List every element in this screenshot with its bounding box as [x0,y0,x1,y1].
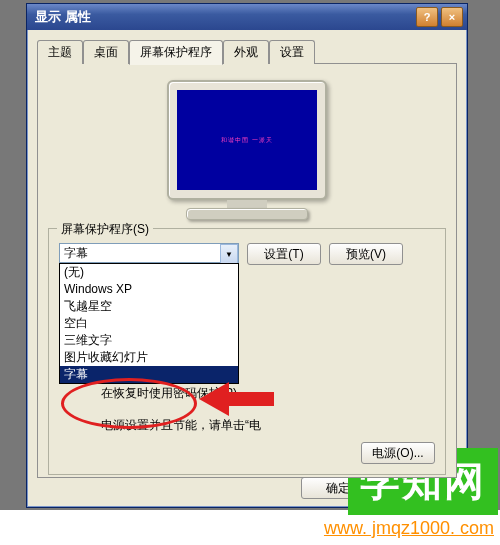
power-desc-text: 电源设置并且节能，请单击“电 [101,418,261,432]
tab-strip: 主题 桌面 屏幕保护程序 外观 设置 [37,40,457,64]
marquee-preview-text: 和谐中国 一派天 [221,136,273,145]
option-blank[interactable]: 空白 [60,315,238,332]
close-button[interactable]: × [441,7,463,27]
client-area: 主题 桌面 屏幕保护程序 外观 设置 和谐中国 一派天 屏幕保护 [27,30,467,486]
password-protect-checkbox[interactable]: 在恢复时使用密码保护(P) [59,385,237,402]
display-properties-window: 显示 属性 ? × 主题 桌面 屏幕保护程序 外观 设置 和谐中国 一派天 [26,3,468,508]
monitor-preview: 和谐中国 一派天 [48,80,446,220]
screensaver-combo-value[interactable]: 字幕 [59,243,239,263]
screensaver-combo[interactable]: 字幕 ▼ (无) Windows XP 飞越星空 空白 三维文字 图片收藏幻灯片… [59,243,239,263]
window-title: 显示 属性 [31,8,413,26]
monitor-base [186,208,308,220]
monitor-neck [227,200,267,208]
combo-dropdown-button[interactable]: ▼ [220,244,238,264]
tab-panel: 和谐中国 一派天 屏幕保护程序(S) 字幕 ▼ (无) Windows [37,63,457,478]
tab-screensaver[interactable]: 屏幕保护程序 [129,40,223,65]
preview-button[interactable]: 预览(V) [329,243,403,265]
help-button[interactable]: ? [416,7,438,27]
option-3dtext[interactable]: 三维文字 [60,332,238,349]
monitor-frame: 和谐中国 一派天 [167,80,327,200]
power-button[interactable]: 电源(O)... [361,442,435,464]
tab-desktop[interactable]: 桌面 [83,40,129,64]
watermark-url: www. jmqz1000. com [324,518,494,539]
titlebar[interactable]: 显示 属性 ? × [27,4,467,30]
screensaver-group-label: 屏幕保护程序(S) [57,221,153,238]
password-protect-label: 在恢复时使用密码保护(P) [101,385,237,402]
tab-settings[interactable]: 设置 [269,40,315,64]
settings-button[interactable]: 设置(T) [247,243,321,265]
monitor-screen: 和谐中国 一派天 [177,90,317,190]
screensaver-dropdown[interactable]: (无) Windows XP 飞越星空 空白 三维文字 图片收藏幻灯片 字幕 [59,263,239,384]
tab-theme[interactable]: 主题 [37,40,83,64]
power-description: 电源设置并且节能，请单击“电 [59,416,435,434]
option-starfield[interactable]: 飞越星空 [60,298,238,315]
tab-appearance[interactable]: 外观 [223,40,269,64]
option-none[interactable]: (无) [60,264,238,281]
option-windows-xp[interactable]: Windows XP [60,281,238,298]
screensaver-group: 屏幕保护程序(S) 字幕 ▼ (无) Windows XP 飞越星空 空白 三维… [48,228,446,475]
option-slideshow[interactable]: 图片收藏幻灯片 [60,349,238,366]
option-marquee[interactable]: 字幕 [60,366,238,383]
